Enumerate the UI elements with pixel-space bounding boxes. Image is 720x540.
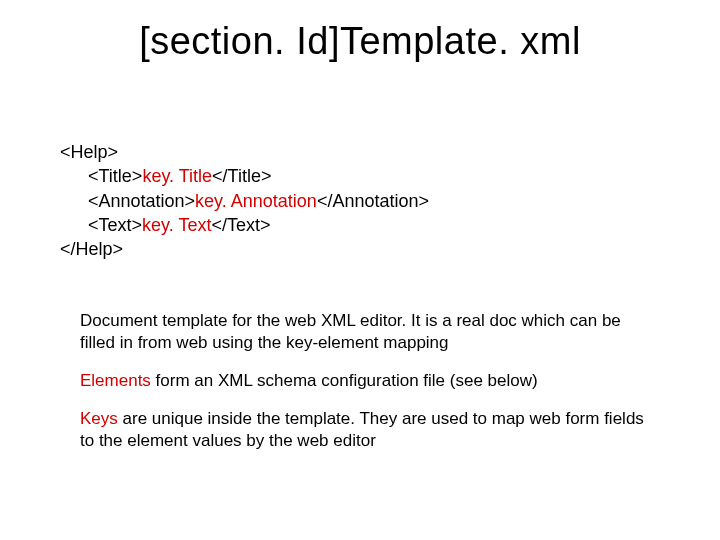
xml-help-close: </Help> bbox=[60, 237, 660, 261]
paragraph-3-lead: Keys bbox=[80, 409, 118, 428]
paragraph-2-lead: Elements bbox=[80, 371, 151, 390]
xml-help-open: <Help> bbox=[60, 140, 660, 164]
slide: [section. Id]Template. xml <Help> <Title… bbox=[0, 0, 720, 540]
xml-annotation-line: <Annotation>key. Annotation</Annotation> bbox=[60, 189, 660, 213]
xml-text-close: </Text> bbox=[211, 215, 270, 235]
xml-text-line: <Text>key. Text</Text> bbox=[60, 213, 660, 237]
description-block: Document template for the web XML editor… bbox=[80, 310, 660, 468]
page-title: [section. Id]Template. xml bbox=[0, 20, 720, 63]
paragraph-3: Keys are unique inside the template. The… bbox=[80, 408, 660, 452]
paragraph-2: Elements form an XML schema configuratio… bbox=[80, 370, 660, 392]
xml-text-key: key. Text bbox=[142, 215, 211, 235]
xml-title-open: <Title> bbox=[88, 166, 142, 186]
xml-title-key: key. Title bbox=[142, 166, 212, 186]
paragraph-1: Document template for the web XML editor… bbox=[80, 310, 660, 354]
paragraph-3-rest: are unique inside the template. They are… bbox=[80, 409, 644, 450]
xml-annotation-close: </Annotation> bbox=[317, 191, 429, 211]
paragraph-2-rest: form an XML schema configuration file (s… bbox=[151, 371, 538, 390]
xml-title-close: </Title> bbox=[212, 166, 271, 186]
xml-annotation-open: <Annotation> bbox=[88, 191, 195, 211]
xml-template-block: <Help> <Title>key. Title</Title> <Annota… bbox=[60, 140, 660, 261]
xml-annotation-key: key. Annotation bbox=[195, 191, 317, 211]
xml-title-line: <Title>key. Title</Title> bbox=[60, 164, 660, 188]
xml-text-open: <Text> bbox=[88, 215, 142, 235]
